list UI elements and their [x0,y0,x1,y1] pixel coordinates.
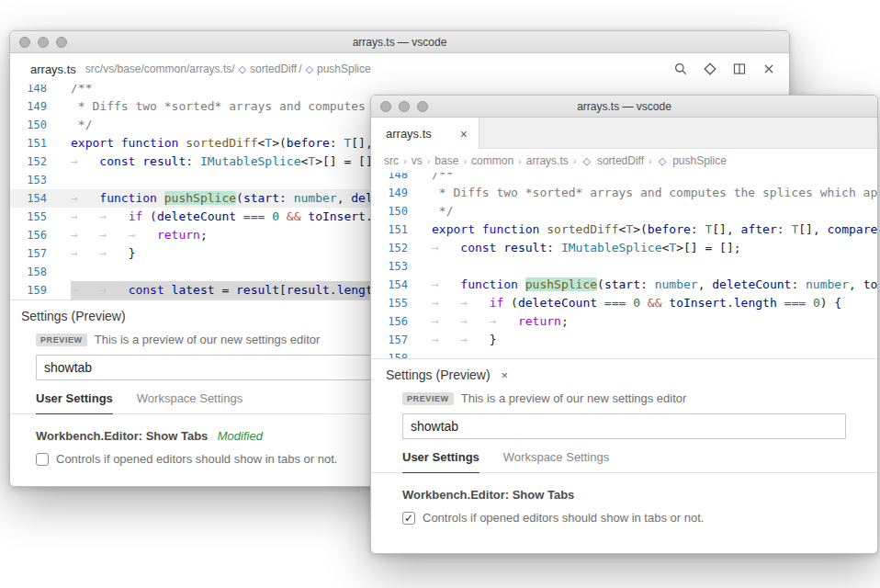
code-token: , [698,277,713,291]
breadcrumb-separator-icon: › [518,155,522,166]
line-number[interactable]: 159 [10,281,47,300]
titlebar[interactable]: arrays.ts — vscode [371,96,877,118]
breadcrumb-item-common[interactable]: common [471,154,513,167]
tab-user-settings[interactable]: User Settings [36,391,113,414]
tab-user-settings[interactable]: User Settings [402,450,479,473]
code-line-152[interactable]: 152→ const result: IMutableSplice<T>[] =… [371,239,877,257]
code-line-156[interactable]: 156→ → → return; [371,312,877,331]
code-editor[interactable]: 148/**149 * Diffs two *sorted* arrays an… [371,173,877,358]
code-text: → → → return; [432,312,569,331]
code-line-148[interactable]: 148/** [371,173,877,184]
code-token: : [547,241,561,254]
line-number[interactable]: 153 [10,171,47,189]
symbol-icon: ◇ [306,64,313,74]
code-token: === [784,296,806,310]
line-number[interactable]: 154 [371,276,408,294]
line-number[interactable]: 152 [371,239,408,257]
settings-search-input[interactable] [402,413,846,439]
line-number[interactable]: 157 [371,331,408,349]
close-tab-icon[interactable]: × [460,128,468,141]
code-line-155[interactable]: 155→ → if (deleteCount === 0 && toInsert… [371,294,877,312]
close-window-button[interactable] [19,37,30,48]
code-token: export [71,136,114,150]
settings-preview-panel: Settings (Preview) × PREVIEW This is a p… [371,358,877,553]
code-line-158[interactable]: 158 [371,349,877,358]
code-line-149[interactable]: 149 * Diffs two *sorted* arrays and comp… [371,184,877,202]
code-text: → function pushSplice(start: number, del… [432,276,877,294]
line-number[interactable]: 151 [10,134,47,153]
code-token: if [490,296,504,310]
breadcrumb-separator-icon: › [403,155,407,166]
code-text: * Diffs two *sorted* arrays and computes… [432,184,877,202]
line-number[interactable]: 157 [10,244,47,263]
code-token: result [142,154,186,168]
minimize-window-button[interactable] [38,37,49,48]
breadcrumb-item-arrays-ts[interactable]: arrays.ts [526,154,569,167]
breadcrumb-item-sorteddiff[interactable]: sortedDiff [597,154,644,167]
line-number[interactable]: 149 [10,97,47,116]
code-line-157[interactable]: 157→ → } [371,331,877,349]
settings-scope-tabs: User Settings Workspace Settings [371,439,877,473]
line-number[interactable]: 154 [10,189,47,208]
line-number[interactable]: 152 [10,153,47,171]
code-token: function [121,136,179,150]
breadcrumb-item-src[interactable]: src [384,154,399,167]
line-number[interactable]: 149 [371,184,408,202]
breadcrumb-symbol-sorteddiff[interactable]: sortedDiff [250,62,297,75]
tab-whitespace-arrow-icon: → [99,228,128,242]
breadcrumb-item-pushsplice[interactable]: pushSplice [672,154,727,167]
line-number[interactable]: 156 [371,312,408,331]
line-number[interactable]: 150 [10,116,47,134]
code-token [806,296,813,310]
code-line-153[interactable]: 153 [371,257,877,276]
split-editor-icon[interactable] [732,62,747,76]
code-token: && [648,296,662,310]
zoom-window-button[interactable] [417,101,428,112]
code-token [626,296,633,310]
line-number[interactable]: 158 [10,263,47,281]
settings-tab[interactable]: Settings (Preview) × [371,359,877,388]
titlebar[interactable]: arrays.ts — vscode [10,31,789,53]
breadcrumb-item-base[interactable]: base [434,154,458,167]
line-number[interactable]: 148 [10,85,47,97]
code-token: 0 [813,296,820,310]
line-number[interactable]: 155 [10,208,47,226]
find-references-icon[interactable] [673,62,688,76]
code-token: result [236,283,279,297]
line-number[interactable]: 155 [371,294,408,312]
tab-arrays-ts[interactable]: arrays.ts × [371,118,479,150]
close-settings-tab-icon[interactable]: × [502,368,509,382]
setting-checkbox[interactable]: ✓ [402,512,415,525]
code-text: /** [71,85,92,97]
close-window-button[interactable] [380,101,391,112]
code-text: → → } [71,244,135,263]
breadcrumb-symbol-pushsplice[interactable]: pushSplice [317,62,371,75]
minimize-window-button[interactable] [399,101,410,112]
code-token: : [330,136,344,150]
tab-workspace-settings[interactable]: Workspace Settings [137,391,243,413]
open-preview-icon[interactable] [703,62,717,76]
code-lines: 148/**149 * Diffs two *sorted* arrays an… [371,173,877,358]
code-token [640,296,648,310]
code-token: [], [798,222,827,236]
line-number[interactable]: 148 [371,173,408,184]
code-line-154[interactable]: 154→ function pushSplice(start: number, … [371,276,877,294]
code-line-151[interactable]: 151export function sortedDiff<T>(before:… [371,220,877,239]
line-number[interactable]: 151 [371,220,408,239]
symbol-icon: ◇ [659,156,666,166]
line-number[interactable]: 150 [371,202,408,220]
code-line-150[interactable]: 150 */ [371,202,877,220]
code-token: result [287,283,330,297]
zoom-window-button[interactable] [56,37,67,48]
breadcrumb-item-vs[interactable]: vs [412,154,423,167]
line-number[interactable]: 156 [10,226,47,244]
code-token: toInsert [863,277,877,291]
close-editor-icon[interactable] [762,62,776,76]
tab-workspace-settings[interactable]: Workspace Settings [503,450,609,472]
line-number[interactable]: 153 [371,257,408,276]
code-token: pushSplice [525,277,597,291]
line-number[interactable]: 158 [371,349,408,358]
code-token: : [777,222,792,236]
symbol-icon: ◇ [582,156,590,166]
setting-checkbox[interactable] [36,453,49,466]
